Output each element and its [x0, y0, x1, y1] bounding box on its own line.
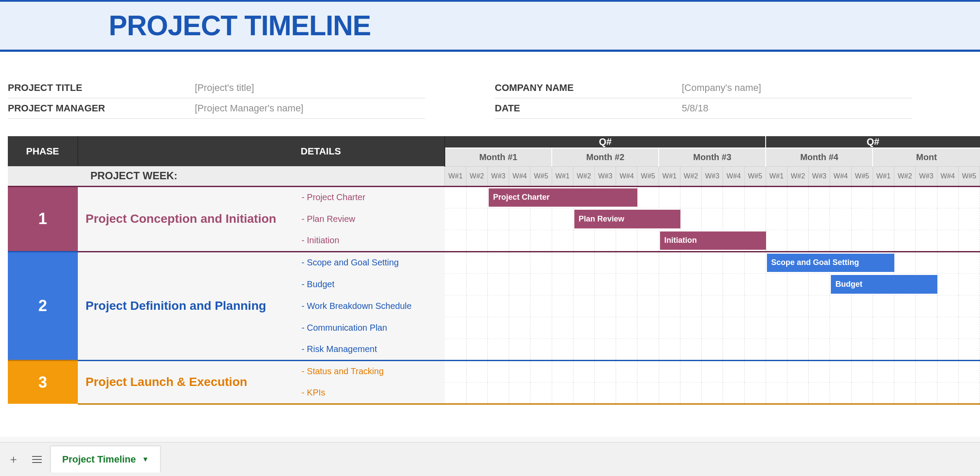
gantt-cell[interactable] [766, 317, 787, 339]
gantt-cell[interactable] [445, 295, 466, 317]
gantt-cell[interactable] [552, 339, 573, 360]
gantt-cell[interactable] [637, 339, 659, 360]
gantt-cell[interactable] [744, 382, 766, 404]
gantt-cell[interactable] [445, 339, 466, 360]
gantt-cell[interactable] [509, 360, 530, 382]
company-name-value[interactable]: [Company's name] [682, 82, 761, 94]
gantt-cell[interactable] [573, 273, 594, 295]
gantt-cell[interactable] [894, 360, 916, 382]
gantt-cell[interactable] [445, 382, 466, 404]
sheet-tab-active[interactable]: Project Timeline ▼ [50, 446, 160, 473]
gantt-cell[interactable] [487, 208, 509, 230]
gantt-cell[interactable] [894, 208, 916, 230]
gantt-cell[interactable] [937, 317, 958, 339]
gantt-cell[interactable] [466, 382, 487, 404]
add-sheet-button[interactable]: ＋ [3, 448, 23, 471]
gantt-cell[interactable] [916, 339, 937, 360]
gantt-cell[interactable] [702, 208, 723, 230]
project-title-value[interactable]: [Project's title] [195, 82, 254, 94]
gantt-cell[interactable] [637, 273, 659, 295]
gantt-cell[interactable] [509, 230, 530, 251]
gantt-cell[interactable] [766, 382, 787, 404]
gantt-cell[interactable] [530, 382, 552, 404]
gantt-cell[interactable] [659, 360, 680, 382]
gantt-cell[interactable] [552, 317, 573, 339]
gantt-cell[interactable] [487, 230, 509, 251]
gantt-cell[interactable] [487, 317, 509, 339]
gantt-cell[interactable] [659, 273, 680, 295]
gantt-cell[interactable]: Scope and Goal Setting [766, 251, 894, 273]
gantt-cell[interactable] [466, 251, 487, 273]
gantt-cell[interactable] [530, 360, 552, 382]
gantt-cell[interactable] [509, 208, 530, 230]
gantt-cell[interactable] [958, 295, 980, 317]
gantt-cell[interactable] [851, 360, 873, 382]
gantt-cell[interactable] [573, 339, 594, 360]
gantt-cell[interactable] [830, 339, 851, 360]
gantt-cell[interactable] [552, 295, 573, 317]
gantt-cell[interactable] [851, 186, 873, 208]
gantt-cell[interactable] [723, 208, 744, 230]
gantt-cell[interactable] [723, 186, 744, 208]
gantt-cell[interactable] [851, 317, 873, 339]
gantt-cell[interactable] [702, 382, 723, 404]
gantt-cell[interactable] [509, 317, 530, 339]
gantt-cell[interactable] [937, 295, 958, 317]
gantt-cell[interactable] [894, 230, 916, 251]
gantt-cell[interactable] [851, 382, 873, 404]
gantt-cell[interactable] [530, 273, 552, 295]
gantt-cell[interactable] [616, 273, 637, 295]
gantt-cell[interactable] [894, 382, 916, 404]
gantt-cell[interactable] [958, 230, 980, 251]
gantt-cell[interactable] [937, 230, 958, 251]
gantt-cell[interactable] [445, 360, 466, 382]
gantt-cell[interactable] [916, 230, 937, 251]
gantt-cell[interactable] [958, 339, 980, 360]
gantt-cell[interactable] [445, 251, 466, 273]
gantt-cell[interactable] [916, 295, 937, 317]
gantt-cell[interactable] [637, 382, 659, 404]
gantt-cell[interactable] [873, 230, 894, 251]
gantt-cell[interactable] [616, 317, 637, 339]
gantt-cell[interactable] [487, 382, 509, 404]
gantt-cell[interactable] [680, 186, 701, 208]
gantt-cell[interactable] [873, 295, 894, 317]
gantt-cell[interactable] [766, 273, 787, 295]
gantt-cell[interactable] [637, 251, 659, 273]
gantt-cell[interactable] [595, 273, 616, 295]
gantt-cell[interactable] [466, 295, 487, 317]
gantt-cell[interactable] [702, 295, 723, 317]
gantt-cell[interactable] [787, 382, 808, 404]
gantt-cell[interactable] [659, 382, 680, 404]
gantt-cell[interactable] [445, 230, 466, 251]
gantt-cell[interactable] [830, 360, 851, 382]
gantt-cell[interactable] [487, 360, 509, 382]
gantt-cell[interactable] [830, 186, 851, 208]
gantt-cell[interactable] [637, 230, 659, 251]
gantt-cell[interactable] [809, 317, 830, 339]
gantt-cell[interactable] [937, 251, 958, 273]
gantt-cell[interactable] [509, 295, 530, 317]
gantt-cell[interactable] [680, 382, 701, 404]
gantt-cell[interactable] [744, 208, 766, 230]
gantt-cell[interactable] [680, 317, 701, 339]
gantt-cell[interactable] [659, 186, 680, 208]
gantt-cell[interactable] [766, 360, 787, 382]
gantt-cell[interactable] [466, 230, 487, 251]
gantt-cell[interactable] [637, 360, 659, 382]
gantt-cell[interactable] [595, 382, 616, 404]
gantt-cell[interactable] [573, 360, 594, 382]
gantt-cell[interactable] [659, 317, 680, 339]
gantt-cell[interactable] [595, 230, 616, 251]
gantt-cell[interactable] [530, 230, 552, 251]
gantt-cell[interactable] [916, 251, 937, 273]
gantt-cell[interactable] [616, 251, 637, 273]
gantt-cell[interactable] [894, 251, 916, 273]
gantt-cell[interactable] [595, 360, 616, 382]
gantt-cell[interactable] [873, 382, 894, 404]
all-sheets-button[interactable] [27, 448, 47, 471]
gantt-cell[interactable] [873, 360, 894, 382]
gantt-cell[interactable] [530, 339, 552, 360]
gantt-cell[interactable] [723, 295, 744, 317]
gantt-cell[interactable] [723, 382, 744, 404]
